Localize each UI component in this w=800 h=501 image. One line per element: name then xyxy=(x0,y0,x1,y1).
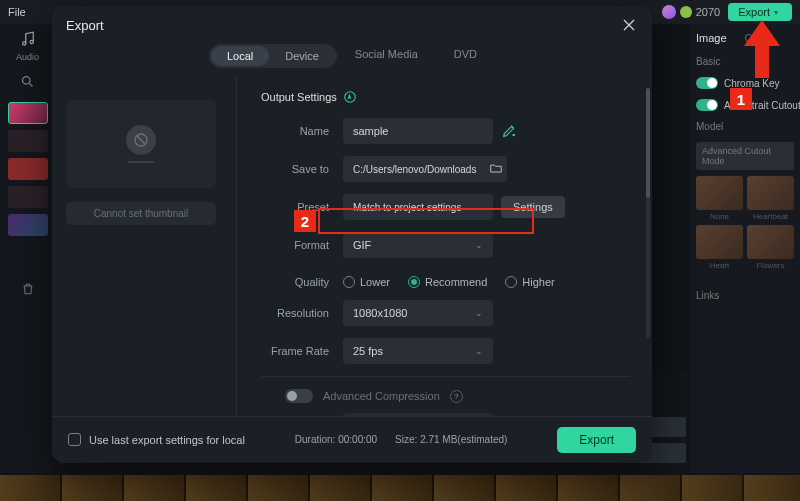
thumbnail-preview xyxy=(66,100,216,188)
preset-settings-button[interactable]: Settings xyxy=(501,196,565,218)
tab-local[interactable]: Local xyxy=(211,46,269,66)
format-select[interactable]: GIF⌄ xyxy=(343,232,493,258)
tab-dvd[interactable]: DVD xyxy=(436,44,495,68)
quality-recommend-radio[interactable]: Recommend xyxy=(408,276,487,288)
ai-portrait-toggle[interactable] xyxy=(696,99,718,111)
no-thumbnail-icon xyxy=(126,125,156,155)
tab-image[interactable]: Image xyxy=(696,32,727,44)
preset-select[interactable]: Match to project settings⌄ xyxy=(343,194,493,220)
cutout-preset[interactable] xyxy=(696,176,743,210)
export-button[interactable]: Export xyxy=(557,427,636,453)
media-thumb[interactable] xyxy=(8,158,48,180)
set-thumbnail-button: Cannot set thumbnail xyxy=(66,202,216,225)
duration-info: Duration: 00:00:00 xyxy=(295,434,377,445)
cutout-preset[interactable] xyxy=(747,176,794,210)
audio-tab[interactable]: Audio xyxy=(8,30,48,66)
chroma-key-label: Chroma Key xyxy=(724,78,780,89)
name-label: Name xyxy=(261,125,343,137)
ai-portrait-label: AI Portrait Cutout xyxy=(724,100,800,111)
scrollbar[interactable] xyxy=(646,88,650,338)
format-label: Format xyxy=(261,239,343,251)
top-export-button[interactable]: Export▾ xyxy=(728,3,792,21)
resolution-select[interactable]: 1080x1080⌄ xyxy=(343,300,493,326)
media-thumb[interactable] xyxy=(8,186,48,208)
chroma-key-toggle[interactable] xyxy=(696,77,718,89)
cutout-preset[interactable] xyxy=(696,225,743,259)
modal-title: Export xyxy=(66,18,104,33)
points-badge: 2070 xyxy=(662,5,720,19)
size-info: Size: 2.71 MB(estimated) xyxy=(395,434,507,445)
adv-cutout-mode[interactable]: Advanced Cutout Mode xyxy=(696,142,794,170)
framerate-select[interactable]: 25 fps⌄ xyxy=(343,338,493,364)
ai-icon xyxy=(343,90,357,104)
cutout-preset[interactable] xyxy=(747,225,794,259)
chevron-down-icon: ⌄ xyxy=(475,202,483,212)
output-settings-header: Output Settings xyxy=(261,90,630,104)
chevron-down-icon: ⌄ xyxy=(475,308,483,318)
search-icon[interactable] xyxy=(0,74,55,92)
close-button[interactable] xyxy=(620,16,638,34)
svg-point-3 xyxy=(23,77,31,85)
advanced-compression-toggle[interactable] xyxy=(285,389,313,403)
name-input[interactable]: sample xyxy=(343,118,493,144)
tab-color[interactable]: Color xyxy=(745,32,771,44)
saveto-input[interactable]: C:/Users/lenovo/Downloads xyxy=(343,156,507,182)
tab-social-media[interactable]: Social Media xyxy=(337,44,436,68)
saveto-label: Save to xyxy=(261,163,343,175)
points-value: 2070 xyxy=(696,6,720,18)
use-last-settings-checkbox[interactable]: Use last export settings for local xyxy=(68,433,245,446)
quality-lower-radio[interactable]: Lower xyxy=(343,276,390,288)
preset-label: Preset xyxy=(261,201,343,213)
framerate-label: Frame Rate xyxy=(261,345,343,357)
chevron-down-icon: ▾ xyxy=(774,8,778,17)
basic-section-label: Basic xyxy=(696,56,794,67)
svg-point-2 xyxy=(30,40,33,43)
ai-edit-icon[interactable] xyxy=(501,123,517,139)
coin-icon xyxy=(680,6,692,18)
svg-point-1 xyxy=(22,42,25,45)
tab-device[interactable]: Device xyxy=(269,46,335,66)
quality-label: Quality xyxy=(261,276,343,288)
folder-icon[interactable] xyxy=(489,161,503,178)
right-properties-panel: Image Color Basic Chroma Key AI Portrait… xyxy=(690,24,800,473)
chevron-down-icon: ⌄ xyxy=(475,240,483,250)
clip-strip xyxy=(0,475,800,501)
trash-icon[interactable] xyxy=(0,282,55,299)
user-avatar[interactable] xyxy=(662,5,676,19)
resolution-label: Resolution xyxy=(261,307,343,319)
media-thumb[interactable] xyxy=(8,130,48,152)
links-label: Links xyxy=(696,290,794,301)
help-icon[interactable]: ? xyxy=(450,390,463,403)
media-thumb[interactable] xyxy=(8,102,48,124)
file-menu[interactable]: File xyxy=(8,6,26,18)
left-sidebar: Audio xyxy=(0,24,55,473)
export-tabs: Local Device Social Media DVD xyxy=(52,44,652,68)
compression-mode-select: By Quality⌄ xyxy=(343,413,493,416)
chevron-down-icon: ⌄ xyxy=(475,346,483,356)
media-thumb[interactable] xyxy=(8,214,48,236)
export-modal: Export Local Device Social Media DVD Can… xyxy=(52,6,652,462)
model-label: Model xyxy=(696,121,794,132)
quality-higher-radio[interactable]: Higher xyxy=(505,276,554,288)
advanced-compression-label: Advanced Compression xyxy=(323,390,440,402)
svg-point-6 xyxy=(513,134,514,135)
